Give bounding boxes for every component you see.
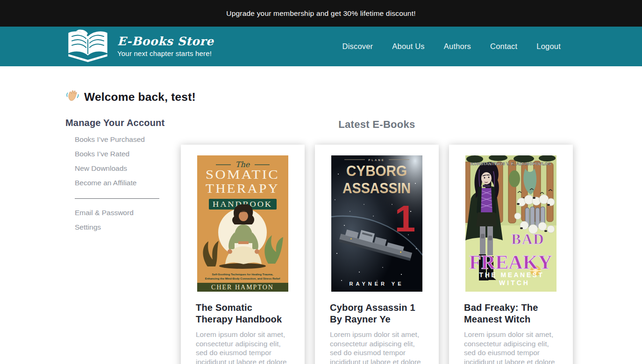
main-nav: Discover About Us Authors Contact Logout <box>342 27 561 66</box>
book-description: Lorem ipsum dolor sit amet, consectetur … <box>464 330 558 364</box>
svg-text:WITCH: WITCH <box>499 279 530 287</box>
site-header: E-Books Store Your next chapter starts h… <box>0 27 642 66</box>
svg-text:SOMATIC: SOMATIC <box>206 167 279 182</box>
brand-text: E-Books Store Your next chapter starts h… <box>117 35 214 57</box>
sidebar-link-become-affiliate[interactable]: Become an Affiliate <box>75 178 168 187</box>
brand[interactable]: E-Books Store Your next chapter starts h… <box>64 27 214 66</box>
svg-text:BAD: BAD <box>511 231 544 247</box>
book-card-bad-freaky[interactable]: KONSTANTINOS V. E. ADAMOPOULOS BAD FREAK… <box>449 145 573 364</box>
sidebar-title: Manage Your Account <box>65 118 168 128</box>
open-book-logo-icon <box>64 29 111 64</box>
svg-text:RAYNER YE: RAYNER YE <box>350 281 404 287</box>
book-card-somatic-therapy[interactable]: The SOMATIC THERAPY HANDBOOK <box>181 145 305 364</box>
svg-text:Enhancing the Mind-Body Connec: Enhancing the Mind-Body Connection, and … <box>205 277 281 280</box>
nav-logout[interactable]: Logout <box>536 42 561 51</box>
sidebar-link-settings[interactable]: Settings <box>75 223 168 231</box>
latest-ebooks-grid: The SOMATIC THERAPY HANDBOOK <box>181 145 573 364</box>
svg-text:CYBORG: CYBORG <box>346 163 407 179</box>
svg-text:PLANE: PLANE <box>368 159 385 161</box>
book-cover-bad-freaky: KONSTANTINOS V. E. ADAMOPOULOS BAD FREAK… <box>465 155 556 292</box>
waving-hand-icon <box>65 89 79 105</box>
svg-text:CHER HAMPTON: CHER HAMPTON <box>211 284 274 291</box>
svg-text:KONSTANTINOS V. E. ADAMOPOULOS: KONSTANTINOS V. E. ADAMOPOULOS <box>471 161 551 166</box>
book-title[interactable]: Cyborg Assassin 1 By Rayner Ye <box>330 302 424 325</box>
svg-text:ASSASSIN: ASSASSIN <box>342 180 411 196</box>
nav-authors[interactable]: Authors <box>444 42 471 51</box>
sidebar-divider <box>75 198 159 199</box>
sidebar-link-books-purchased[interactable]: Books I’ve Purchased <box>75 135 168 144</box>
welcome-heading: Welcome back, test! <box>65 89 196 105</box>
account-sidebar: Manage Your Account Books I’ve Purchased… <box>65 118 168 237</box>
promo-banner-text: Upgrade your membership and get 30% life… <box>226 9 415 18</box>
sidebar-link-books-rated[interactable]: Books I’ve Rated <box>75 149 168 158</box>
svg-text:FREAKY: FREAKY <box>469 252 552 273</box>
sidebar-link-new-downloads[interactable]: New Downloads <box>75 164 168 173</box>
svg-text:THE MEANEST: THE MEANEST <box>479 271 544 279</box>
sidebar-link-email-password[interactable]: Email & Password <box>75 208 168 217</box>
svg-text:1: 1 <box>395 198 416 239</box>
nav-contact[interactable]: Contact <box>490 42 517 51</box>
brand-name: E-Books Store <box>117 35 214 48</box>
latest-ebooks-title: Latest E-Books <box>181 119 573 131</box>
book-title[interactable]: Bad Freaky: The Meanest Witch <box>464 302 558 325</box>
book-description: Lorem ipsum dolor sit amet, consectetur … <box>330 330 424 364</box>
promo-banner: Upgrade your membership and get 30% life… <box>0 0 642 27</box>
svg-text:Self-Soothing Techniques for H: Self-Soothing Techniques for Healing Tra… <box>212 273 273 276</box>
book-cover-cyborg-assassin: PLANE CYBORG ASSASSIN 1 <box>331 155 422 292</box>
page: Upgrade your membership and get 30% life… <box>0 0 642 364</box>
nav-about-us[interactable]: About Us <box>392 42 424 51</box>
svg-text:THERAPY: THERAPY <box>206 181 279 196</box>
book-title[interactable]: The Somatic Therapy Handbook <box>196 302 290 325</box>
brand-tagline: Your next chapter starts here! <box>117 49 214 57</box>
book-card-cyborg-assassin[interactable]: PLANE CYBORG ASSASSIN 1 <box>315 145 439 364</box>
nav-discover[interactable]: Discover <box>342 42 373 51</box>
book-description: Lorem ipsum dolor sit amet, consectetur … <box>196 330 290 364</box>
book-cover-somatic-therapy: The SOMATIC THERAPY HANDBOOK <box>197 155 288 292</box>
welcome-text: Welcome back, test! <box>84 91 196 104</box>
